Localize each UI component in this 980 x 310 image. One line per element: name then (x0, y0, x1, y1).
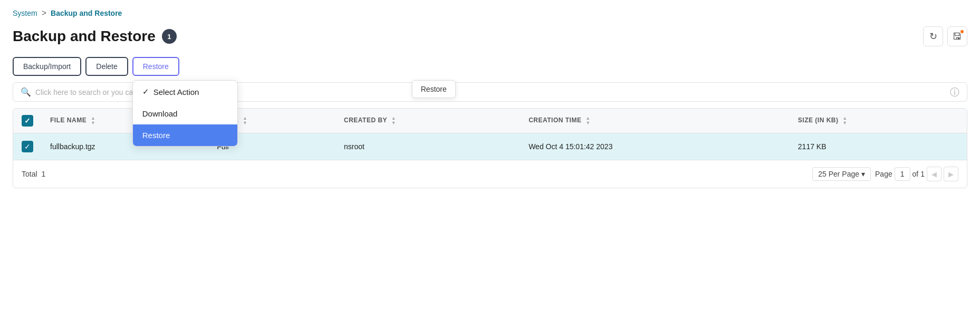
col-created-by: CREATED BY ▲▼ (335, 109, 520, 133)
notification-dot (959, 29, 965, 34)
pagination: 25 Per Page ▾ Page 1 of 1 ◀ ▶ (812, 167, 958, 181)
sort-icon-created-by[interactable]: ▲▼ (391, 116, 396, 125)
action-dropdown-menu: ✓ Select Action Download Restore (132, 80, 238, 147)
cell-creation-time: Wed Oct 4 15:01:42 2023 (520, 133, 790, 160)
col-size: SIZE (IN KB) ▲▼ (790, 109, 967, 133)
prev-page-button[interactable]: ◀ (927, 167, 941, 181)
page-title-row: Backup and Restore 1 (13, 28, 177, 45)
restore-button[interactable]: Restore (132, 57, 179, 76)
cell-created-by: nsroot (335, 133, 520, 160)
table-footer: Total 1 25 Per Page ▾ Page 1 of 1 ◀ (13, 160, 967, 188)
refresh-icon: ↻ (929, 31, 937, 42)
backup-import-button[interactable]: Backup/Import (13, 57, 81, 76)
record-count-badge: 1 (162, 29, 177, 44)
toolbar: Backup/Import Delete Restore ✓ Select Ac… (13, 57, 967, 76)
per-page-select[interactable]: 25 Per Page ▾ (812, 167, 871, 181)
dropdown-item-restore[interactable]: Restore (133, 124, 237, 146)
save-button[interactable]: 🖫 (947, 26, 967, 46)
checkmark-icon: ✓ (24, 142, 31, 151)
total-count: Total 1 (22, 170, 45, 178)
sort-icon-level[interactable]: ▲▼ (243, 116, 247, 125)
action-dropdown-wrapper: Restore ✓ Select Action Download Restore… (132, 57, 179, 76)
page-title: Backup and Restore (13, 28, 156, 45)
col-checkbox: ✓ (13, 109, 42, 133)
row-checkbox-cell[interactable]: ✓ (13, 133, 42, 160)
prev-icon: ◀ (931, 170, 937, 178)
sort-icon-creation-time[interactable]: ▲▼ (585, 116, 590, 125)
page-number-input[interactable]: 1 (895, 167, 910, 181)
select-all-checkbox[interactable]: ✓ (22, 115, 33, 127)
sort-icon-file-name[interactable]: ▲▼ (91, 116, 95, 125)
dropdown-item-download[interactable]: Download (133, 103, 237, 124)
search-icon: 🔍 (21, 87, 31, 97)
col-creation-time: CREATION TIME ▲▼ (520, 109, 790, 133)
cell-size: 2117 KB (790, 133, 967, 160)
breadcrumb: System > Backup and Restore (13, 8, 967, 18)
row-checkbox[interactable]: ✓ (22, 141, 33, 152)
breadcrumb-parent[interactable]: System (13, 9, 37, 17)
next-icon: ▶ (948, 170, 954, 178)
breadcrumb-current: Backup and Restore (51, 9, 122, 17)
delete-button[interactable]: Delete (85, 57, 128, 76)
breadcrumb-separator: > (42, 8, 46, 18)
next-page-button[interactable]: ▶ (944, 167, 958, 181)
sort-icon-size[interactable]: ▲▼ (842, 116, 847, 125)
restore-tooltip: Restore (412, 80, 456, 98)
total-pages: 1 (920, 170, 925, 178)
info-icon: ⓘ (950, 86, 959, 99)
checkmark-icon: ✓ (24, 117, 31, 125)
dropdown-item-select-action[interactable]: ✓ Select Action (133, 81, 237, 103)
total-number: 1 (41, 170, 45, 178)
page-nav: Page 1 of 1 ◀ ▶ (875, 167, 958, 181)
chevron-down-icon: ▾ (861, 170, 865, 178)
header-actions: ↻ 🖫 (923, 26, 967, 46)
refresh-button[interactable]: ↻ (923, 26, 943, 46)
page-header: Backup and Restore 1 ↻ 🖫 (13, 26, 967, 46)
checkmark-icon: ✓ (142, 87, 149, 96)
